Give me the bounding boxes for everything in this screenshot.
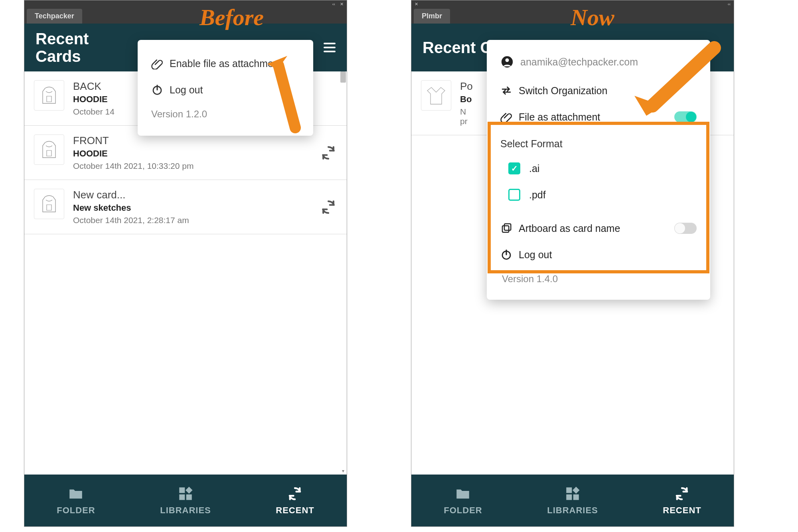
card-thumbnail — [421, 80, 451, 111]
sync-icon[interactable] — [320, 198, 337, 216]
power-icon — [151, 84, 163, 96]
format-pdf-row[interactable]: .pdf — [500, 182, 697, 208]
card-meta: New card... New sketches October 14th 20… — [73, 189, 311, 225]
folder-icon — [67, 485, 84, 502]
menu-item-label: Log out — [519, 249, 552, 261]
collapse-icon[interactable]: ‹‹ — [728, 2, 731, 6]
card-thumbnail — [34, 80, 64, 111]
tab-techpacker[interactable]: Techpacker — [27, 9, 82, 24]
svg-rect-9 — [566, 494, 572, 500]
card-date: October 14th 2021, 2:28:17 am — [73, 216, 311, 225]
settings-popover: Enable file as attachment Log out Versio… — [138, 40, 313, 136]
scroll-down-icon[interactable]: ▾ — [340, 468, 346, 474]
scrollbar[interactable] — [340, 71, 346, 83]
account-icon — [500, 55, 514, 69]
account-email-text: anamika@techpacker.com — [520, 56, 638, 68]
svg-rect-13 — [502, 226, 509, 232]
file-attachment-toggle[interactable] — [674, 111, 697, 123]
menu-item-label: Enable file as attachment — [170, 58, 282, 69]
nav-folder[interactable]: FOLDER — [57, 485, 95, 516]
shirt-icon — [424, 83, 448, 107]
libraries-icon — [177, 485, 194, 502]
format-label: .ai — [529, 163, 539, 174]
nav-folder[interactable]: FOLDER — [444, 485, 482, 516]
hoodie-icon — [37, 83, 61, 107]
svg-marker-3 — [186, 487, 193, 494]
menu-item-label: Artboard as card name — [519, 223, 620, 234]
collapse-icon[interactable]: ‹‹ — [332, 2, 335, 6]
svg-rect-1 — [186, 494, 192, 500]
bottom-nav: FOLDER LIBRARIES RECENT — [24, 475, 347, 526]
libraries-icon — [564, 485, 581, 502]
recent-icon — [674, 485, 690, 502]
nav-libraries[interactable]: LIBRARIES — [547, 485, 598, 516]
nav-recent[interactable]: RECENT — [663, 485, 701, 516]
close-icon[interactable]: ✕ — [415, 2, 418, 7]
menu-icon[interactable] — [324, 43, 336, 52]
tab-plmbr[interactable]: Plmbr — [414, 9, 450, 24]
settings-popover: anamika@techpacker.com Switch Organizati… — [487, 40, 710, 300]
checkbox-ai[interactable] — [508, 162, 520, 174]
menu-item-label: Log out — [170, 84, 203, 96]
svg-rect-14 — [504, 224, 511, 230]
card-thumbnail — [34, 189, 64, 219]
artboard-toggle[interactable] — [674, 223, 697, 234]
account-email: anamika@techpacker.com — [500, 51, 697, 77]
card-name: New card... — [73, 189, 311, 201]
logout-item[interactable]: Log out — [150, 77, 301, 103]
sync-icon[interactable] — [320, 144, 337, 162]
format-label: .pdf — [529, 189, 546, 201]
enable-attachment-item[interactable]: Enable file as attachment — [150, 50, 301, 77]
card-date: October 14th 2021, 10:33:20 pm — [73, 161, 311, 171]
hoodie-icon — [37, 192, 61, 216]
nav-label: RECENT — [276, 505, 314, 516]
hoodie-icon — [37, 138, 61, 162]
nav-libraries[interactable]: LIBRARIES — [160, 485, 211, 516]
svg-point-12 — [505, 58, 509, 62]
switch-org-item[interactable]: Switch Organization — [500, 77, 697, 104]
card-meta: FRONT HOODIE October 14th 2021, 10:33:20… — [73, 134, 311, 171]
card-name: FRONT — [73, 134, 311, 147]
file-attachment-item: File as attachment — [500, 104, 697, 130]
now-label: Now — [571, 4, 614, 31]
version-label: Version 1.4.0 — [500, 268, 697, 290]
paperclip-icon — [151, 57, 163, 69]
page-title: Recent Cards — [36, 30, 89, 65]
card-thumbnail — [34, 134, 64, 165]
power-icon — [500, 249, 512, 261]
svg-rect-8 — [573, 494, 579, 500]
bottom-nav: FOLDER LIBRARIES RECENT — [411, 475, 734, 526]
artboard-icon — [500, 222, 512, 234]
svg-marker-10 — [573, 487, 580, 494]
nav-label: FOLDER — [444, 505, 482, 516]
version-label: Version 1.2.0 — [150, 103, 301, 125]
logout-item[interactable]: Log out — [500, 241, 697, 268]
close-icon[interactable]: ✕ — [340, 2, 344, 7]
folder-icon — [454, 485, 471, 502]
svg-rect-2 — [179, 494, 185, 500]
checkbox-pdf[interactable] — [508, 189, 520, 201]
menu-item-label: File as attachment — [519, 111, 600, 123]
window-titlebar: ‹‹ ✕ — [24, 0, 347, 8]
svg-rect-0 — [179, 487, 185, 493]
artboard-item: Artboard as card name — [500, 215, 697, 241]
swap-icon — [500, 85, 512, 97]
recent-icon — [286, 485, 303, 502]
card-row[interactable]: New card... New sketches October 14th 20… — [24, 180, 347, 234]
tab-strip: Techpacker — [24, 8, 347, 24]
nav-label: FOLDER — [57, 505, 95, 516]
nav-recent[interactable]: RECENT — [276, 485, 314, 516]
select-format-title: Select Format — [500, 138, 697, 150]
paperclip-icon — [500, 111, 512, 123]
nav-label: LIBRARIES — [547, 505, 598, 516]
card-subtitle: HOODIE — [73, 148, 311, 159]
nav-label: LIBRARIES — [160, 505, 211, 516]
menu-item-label: Switch Organization — [519, 85, 607, 97]
format-ai-row[interactable]: .ai — [500, 155, 697, 182]
nav-label: RECENT — [663, 505, 701, 516]
before-label: Before — [200, 4, 264, 31]
svg-rect-7 — [566, 487, 572, 493]
card-subtitle: New sketches — [73, 203, 311, 213]
